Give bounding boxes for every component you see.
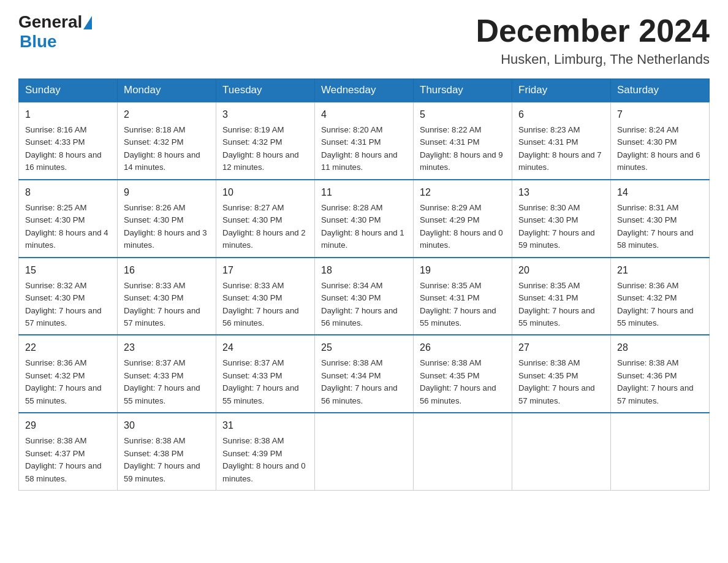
day-number: 15 [25,263,111,278]
calendar-cell-w5-d3 [315,413,414,490]
calendar-week-5: 29 Sunrise: 8:38 AMSunset: 4:37 PMDaylig… [19,413,710,490]
calendar-cell-w4-d3: 25 Sunrise: 8:38 AMSunset: 4:34 PMDaylig… [315,335,414,413]
day-number: 1 [25,107,111,122]
calendar-header: Sunday Monday Tuesday Wednesday Thursday… [19,79,710,102]
calendar-cell-w2-d3: 11 Sunrise: 8:28 AMSunset: 4:30 PMDaylig… [315,180,414,258]
day-number: 22 [25,340,111,355]
day-number: 5 [420,107,506,122]
calendar-cell-w1-d2: 3 Sunrise: 8:19 AMSunset: 4:32 PMDayligh… [216,102,315,180]
day-info: Sunrise: 8:34 AMSunset: 4:30 PMDaylight:… [321,280,407,330]
location-title: Husken, Limburg, The Netherlands [476,52,710,67]
calendar-cell-w2-d5: 13 Sunrise: 8:30 AMSunset: 4:30 PMDaylig… [512,180,611,258]
logo: General Blue [18,12,92,52]
day-number: 21 [617,263,703,278]
calendar-week-2: 8 Sunrise: 8:25 AMSunset: 4:30 PMDayligh… [19,180,710,258]
day-info: Sunrise: 8:20 AMSunset: 4:31 PMDaylight:… [321,124,407,174]
header-saturday: Saturday [611,79,710,102]
header-thursday: Thursday [414,79,512,102]
day-number: 13 [518,185,604,200]
calendar-cell-w5-d1: 30 Sunrise: 8:38 AMSunset: 4:38 PMDaylig… [118,413,216,490]
calendar-cell-w2-d2: 10 Sunrise: 8:27 AMSunset: 4:30 PMDaylig… [216,180,315,258]
calendar-cell-w5-d6 [611,413,710,490]
calendar-cell-w3-d0: 15 Sunrise: 8:32 AMSunset: 4:30 PMDaylig… [19,258,118,335]
day-number: 17 [222,263,308,278]
day-info: Sunrise: 8:37 AMSunset: 4:33 PMDaylight:… [124,357,210,407]
day-number: 27 [518,340,604,355]
calendar-cell-w2-d4: 12 Sunrise: 8:29 AMSunset: 4:29 PMDaylig… [414,180,512,258]
day-info: Sunrise: 8:28 AMSunset: 4:30 PMDaylight:… [321,202,407,252]
day-info: Sunrise: 8:38 AMSunset: 4:35 PMDaylight:… [420,357,506,407]
day-number: 4 [321,107,407,122]
day-info: Sunrise: 8:30 AMSunset: 4:30 PMDaylight:… [518,202,604,252]
header-sunday: Sunday [19,79,118,102]
calendar-cell-w3-d1: 16 Sunrise: 8:33 AMSunset: 4:30 PMDaylig… [118,258,216,335]
day-number: 31 [222,418,308,433]
day-info: Sunrise: 8:22 AMSunset: 4:31 PMDaylight:… [420,124,506,174]
calendar-cell-w1-d5: 6 Sunrise: 8:23 AMSunset: 4:31 PMDayligh… [512,102,611,180]
day-number: 20 [518,263,604,278]
calendar-cell-w2-d0: 8 Sunrise: 8:25 AMSunset: 4:30 PMDayligh… [19,180,118,258]
title-section: December 2024 Husken, Limburg, The Nethe… [476,12,710,67]
day-info: Sunrise: 8:32 AMSunset: 4:30 PMDaylight:… [25,280,111,330]
calendar-week-1: 1 Sunrise: 8:16 AMSunset: 4:33 PMDayligh… [19,102,710,180]
day-info: Sunrise: 8:35 AMSunset: 4:31 PMDaylight:… [420,280,506,330]
day-info: Sunrise: 8:33 AMSunset: 4:30 PMDaylight:… [124,280,210,330]
calendar-cell-w1-d3: 4 Sunrise: 8:20 AMSunset: 4:31 PMDayligh… [315,102,414,180]
day-info: Sunrise: 8:38 AMSunset: 4:38 PMDaylight:… [124,435,210,485]
month-title: December 2024 [476,12,710,49]
day-info: Sunrise: 8:27 AMSunset: 4:30 PMDaylight:… [222,202,308,252]
day-info: Sunrise: 8:29 AMSunset: 4:29 PMDaylight:… [420,202,506,252]
day-number: 12 [420,185,506,200]
calendar-cell-w3-d5: 20 Sunrise: 8:35 AMSunset: 4:31 PMDaylig… [512,258,611,335]
day-info: Sunrise: 8:38 AMSunset: 4:37 PMDaylight:… [25,435,111,485]
weekday-header-row: Sunday Monday Tuesday Wednesday Thursday… [19,79,710,102]
calendar-cell-w1-d1: 2 Sunrise: 8:18 AMSunset: 4:32 PMDayligh… [118,102,216,180]
day-number: 23 [124,340,210,355]
logo-triangle-icon [83,16,92,29]
day-info: Sunrise: 8:26 AMSunset: 4:30 PMDaylight:… [124,202,210,252]
day-number: 18 [321,263,407,278]
day-number: 30 [124,418,210,433]
calendar-cell-w4-d4: 26 Sunrise: 8:38 AMSunset: 4:35 PMDaylig… [414,335,512,413]
calendar-week-3: 15 Sunrise: 8:32 AMSunset: 4:30 PMDaylig… [19,258,710,335]
calendar-cell-w5-d2: 31 Sunrise: 8:38 AMSunset: 4:39 PMDaylig… [216,413,315,490]
day-info: Sunrise: 8:37 AMSunset: 4:33 PMDaylight:… [222,357,308,407]
calendar-cell-w3-d6: 21 Sunrise: 8:36 AMSunset: 4:32 PMDaylig… [611,258,710,335]
header-monday: Monday [118,79,216,102]
header-tuesday: Tuesday [216,79,315,102]
calendar-cell-w4-d6: 28 Sunrise: 8:38 AMSunset: 4:36 PMDaylig… [611,335,710,413]
day-info: Sunrise: 8:31 AMSunset: 4:30 PMDaylight:… [617,202,703,252]
calendar-cell-w3-d4: 19 Sunrise: 8:35 AMSunset: 4:31 PMDaylig… [414,258,512,335]
calendar-cell-w3-d2: 17 Sunrise: 8:33 AMSunset: 4:30 PMDaylig… [216,258,315,335]
day-number: 25 [321,340,407,355]
calendar-table: Sunday Monday Tuesday Wednesday Thursday… [18,79,710,491]
day-info: Sunrise: 8:16 AMSunset: 4:33 PMDaylight:… [25,124,111,174]
calendar-cell-w4-d2: 24 Sunrise: 8:37 AMSunset: 4:33 PMDaylig… [216,335,315,413]
day-number: 26 [420,340,506,355]
header-wednesday: Wednesday [315,79,414,102]
day-info: Sunrise: 8:23 AMSunset: 4:31 PMDaylight:… [518,124,604,174]
day-info: Sunrise: 8:19 AMSunset: 4:32 PMDaylight:… [222,124,308,174]
day-info: Sunrise: 8:33 AMSunset: 4:30 PMDaylight:… [222,280,308,330]
day-number: 10 [222,185,308,200]
day-number: 7 [617,107,703,122]
header-friday: Friday [512,79,611,102]
day-number: 11 [321,185,407,200]
day-number: 16 [124,263,210,278]
day-number: 29 [25,418,111,433]
day-info: Sunrise: 8:18 AMSunset: 4:32 PMDaylight:… [124,124,210,174]
day-info: Sunrise: 8:24 AMSunset: 4:30 PMDaylight:… [617,124,703,174]
day-number: 6 [518,107,604,122]
calendar-cell-w4-d1: 23 Sunrise: 8:37 AMSunset: 4:33 PMDaylig… [118,335,216,413]
logo-general-text: General [18,12,82,32]
day-info: Sunrise: 8:36 AMSunset: 4:32 PMDaylight:… [617,280,703,330]
calendar-cell-w5-d5 [512,413,611,490]
day-number: 3 [222,107,308,122]
calendar-cell-w1-d4: 5 Sunrise: 8:22 AMSunset: 4:31 PMDayligh… [414,102,512,180]
day-number: 14 [617,185,703,200]
day-info: Sunrise: 8:36 AMSunset: 4:32 PMDaylight:… [25,357,111,407]
page-header: General Blue December 2024 Husken, Limbu… [18,12,710,67]
day-info: Sunrise: 8:38 AMSunset: 4:36 PMDaylight:… [617,357,703,407]
logo-blue-text: Blue [20,32,57,52]
calendar-cell-w4-d0: 22 Sunrise: 8:36 AMSunset: 4:32 PMDaylig… [19,335,118,413]
